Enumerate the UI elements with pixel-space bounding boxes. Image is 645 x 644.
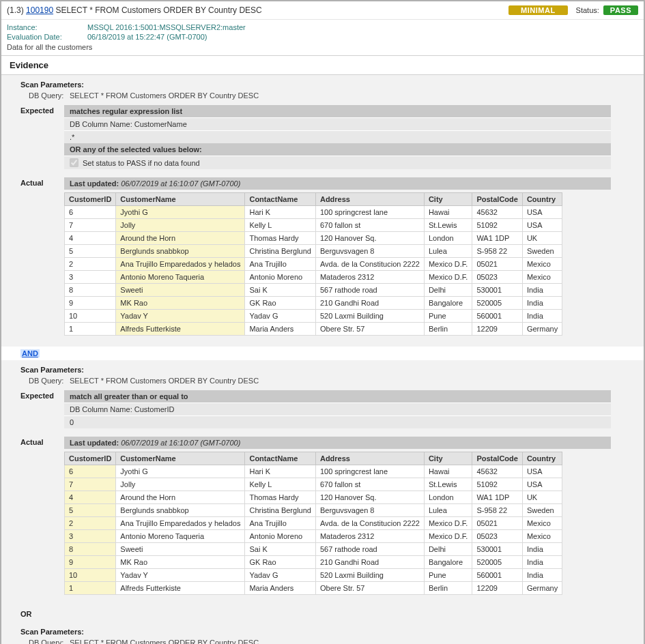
column-header: Address	[315, 193, 424, 206]
instance-value: MSSQL 2016:1:5001:MSSQLSERVER2:master	[87, 23, 246, 31]
table-cell: Alfreds Futterkiste	[116, 582, 245, 595]
table-cell: Obere Str. 57	[315, 323, 424, 336]
table-cell: 7	[65, 478, 116, 491]
table-cell: Yadav Y	[116, 569, 245, 582]
table-cell: MK Rao	[116, 556, 245, 569]
table-cell: USA	[522, 465, 562, 478]
table-cell: London	[424, 232, 472, 245]
table-cell: Jolly	[116, 478, 245, 491]
table-row: 2Ana Trujillo Emparedados y heladosAna T…	[65, 258, 562, 271]
table-row: 5Berglunds snabbkopChristina BerglundBer…	[65, 504, 562, 517]
table-cell: 1	[65, 582, 116, 595]
table-cell: St.Lewis	[424, 219, 472, 232]
table-cell: India	[522, 556, 562, 569]
table-cell: 520 Laxmi Building	[315, 310, 424, 323]
table-cell: Thomas Hardy	[245, 232, 316, 245]
results-table-1: CustomerIDCustomerNameContactNameAddress…	[64, 192, 562, 336]
table-cell: 100 springcrest lane	[315, 465, 424, 478]
table-cell: USA	[522, 219, 562, 232]
column-header: Country	[522, 193, 562, 206]
table-row: 4Around the HornThomas Hardy120 Hanover …	[65, 491, 562, 504]
table-cell: Sai K	[245, 284, 316, 297]
table-cell: 4	[65, 491, 116, 504]
expected-pattern: .*	[64, 130, 611, 143]
expected-column: DB Column Name: CustomerID	[64, 402, 611, 415]
status-label: Status:	[576, 6, 599, 14]
table-cell: Hawai	[424, 206, 472, 219]
table-cell: St.Lewis	[424, 478, 472, 491]
table-row: 1Alfreds FutterkisteMaria AndersObere St…	[65, 582, 562, 595]
table-cell: 05023	[472, 530, 523, 543]
scan-block-1: Scan Parameters: DB Query: SELECT * FROM…	[1, 75, 644, 347]
table-cell: Christina Berglund	[245, 504, 316, 517]
table-cell: Mexico D.F.	[424, 258, 472, 271]
table-cell: 45632	[472, 206, 523, 219]
table-cell: Ana Trujillo Emparedados y helados	[116, 258, 245, 271]
table-cell: Ana Trujillo	[245, 258, 316, 271]
table-cell: Sweden	[522, 504, 562, 517]
table-cell: 520005	[472, 556, 523, 569]
table-row: 3Antonio Moreno TaqueriaAntonio MorenoMa…	[65, 530, 562, 543]
table-cell: Around the Horn	[116, 232, 245, 245]
table-cell: 8	[65, 284, 116, 297]
db-query-label: DB Query:	[29, 91, 70, 100]
column-header: City	[424, 193, 472, 206]
table-cell: Lulea	[424, 245, 472, 258]
table-cell: UK	[522, 232, 562, 245]
table-cell: 520 Laxmi Building	[315, 569, 424, 582]
control-id-link[interactable]: 100190	[26, 5, 53, 15]
table-cell: S-958 22	[472, 245, 523, 258]
table-cell: 3	[65, 271, 116, 284]
table-cell: Germany	[522, 323, 562, 336]
table-cell: MK Rao	[116, 297, 245, 310]
table-cell: 120 Hanover Sq.	[315, 232, 424, 245]
table-cell: Thomas Hardy	[245, 491, 316, 504]
actual-label: Actual	[20, 177, 64, 187]
table-cell: Jolly	[116, 219, 245, 232]
table-row: 8SweetiSai K567 rathode roadDelhi530001I…	[65, 284, 562, 297]
table-cell: Mataderos 2312	[315, 530, 424, 543]
table-row: 7JollyKelly L670 fallon stSt.Lewis51092U…	[65, 478, 562, 491]
table-row: 1Alfreds FutterkisteMaria AndersObere St…	[65, 323, 562, 336]
table-cell: 120 Hanover Sq.	[315, 491, 424, 504]
table-cell: Mexico	[522, 258, 562, 271]
set-pass-label: Set status to PASS if no data found	[83, 159, 200, 167]
table-cell: UK	[522, 491, 562, 504]
table-cell: 5	[65, 504, 116, 517]
table-cell: Pune	[424, 569, 472, 582]
table-cell: Alfreds Futterkiste	[116, 323, 245, 336]
status-badge: PASS	[603, 5, 638, 15]
table-cell: Yadav Y	[116, 310, 245, 323]
table-cell: 3	[65, 530, 116, 543]
eval-date-value: 06/18/2019 at 15:22:47 (GMT-0700)	[87, 33, 207, 41]
table-cell: Yadav G	[245, 569, 316, 582]
table-cell: Maria Anders	[245, 582, 316, 595]
title-query-text: SELECT * FROM Customers ORDER BY Country…	[55, 5, 261, 15]
table-cell: Mexico	[522, 517, 562, 530]
page-title: (1.3) 100190 SELECT * FROM Customers ORD…	[7, 5, 508, 15]
table-cell: 567 rathode road	[315, 284, 424, 297]
table-cell: USA	[522, 478, 562, 491]
table-cell: 1	[65, 323, 116, 336]
table-row: 9MK RaoGK Rao210 Gandhi RoadBangalore520…	[65, 556, 562, 569]
table-cell: Berlin	[424, 323, 472, 336]
table-cell: 670 fallon st	[315, 478, 424, 491]
table-cell: 560001	[472, 310, 523, 323]
set-pass-checkbox[interactable]	[70, 158, 78, 167]
table-cell: 51092	[472, 219, 523, 232]
column-header: ContactName	[245, 193, 316, 206]
table-cell: Around the Horn	[116, 491, 245, 504]
table-cell: Jyothi G	[116, 206, 245, 219]
table-cell: Bangalore	[424, 556, 472, 569]
table-cell: 567 rathode road	[315, 543, 424, 556]
table-cell: India	[522, 310, 562, 323]
scan-parameters-heading: Scan Parameters:	[1, 366, 644, 377]
table-cell: Mataderos 2312	[315, 271, 424, 284]
scan-block-2: Scan Parameters: DB Query: SELECT * FROM…	[1, 360, 644, 606]
table-cell: India	[522, 297, 562, 310]
table-cell: Pune	[424, 310, 472, 323]
table-cell: Berglunds snabbkop	[116, 504, 245, 517]
table-cell: Antonio Moreno	[245, 530, 316, 543]
table-cell: India	[522, 543, 562, 556]
table-cell: 2	[65, 517, 116, 530]
